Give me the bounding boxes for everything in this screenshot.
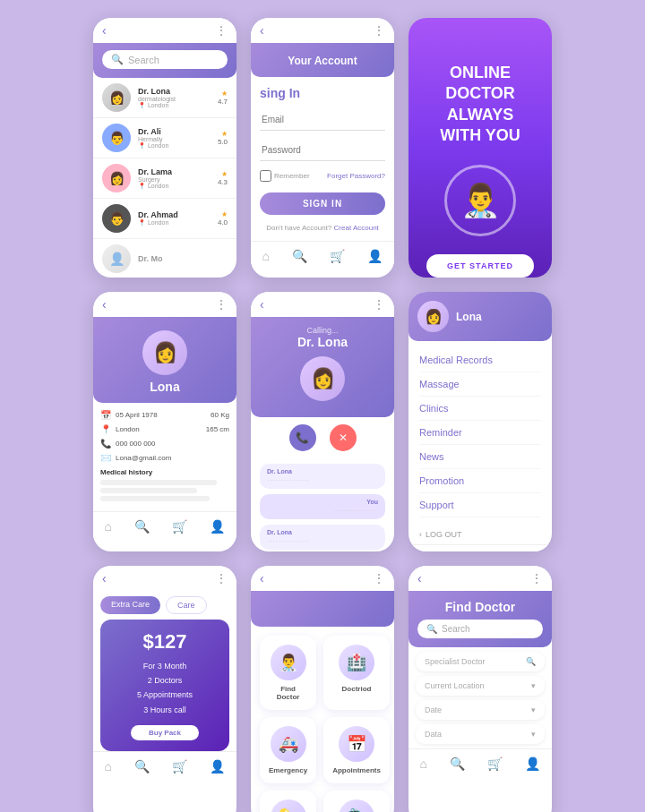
back-arrow-icon[interactable]: ‹ (260, 23, 264, 38)
get-started-button[interactable]: GET STARTED (426, 254, 534, 278)
email-field[interactable] (260, 109, 385, 131)
back-arrow-icon[interactable]: ‹ (102, 297, 107, 312)
history-title: Medical history (100, 468, 229, 476)
doctor-spec: dermatologist (138, 96, 211, 102)
bottom-navigation: ⌂ 🔍 🛒 👤 (93, 751, 236, 781)
menu-item-clinics[interactable]: Clinics (419, 397, 541, 421)
avatar: 👩 (300, 356, 345, 401)
care-description: For 3 Month 2 Doctors 5 Appointments 3 H… (111, 659, 219, 717)
search-small-icon: 🔍 (526, 657, 536, 666)
location-field[interactable]: Current Location ▾ (416, 676, 545, 696)
forgot-password-link[interactable]: Forget Password? (327, 172, 385, 180)
menu-dots-icon[interactable]: ⋮ (215, 23, 228, 38)
back-arrow-icon[interactable]: ‹ (260, 297, 264, 312)
home-icon[interactable]: ⌂ (262, 249, 270, 263)
service-appointments[interactable]: 📅 Appointments (323, 717, 390, 783)
data-field[interactable]: Data ▾ (416, 724, 545, 744)
menu-dots-icon[interactable]: ⋮ (215, 297, 228, 312)
menu-dots-icon[interactable]: ⋮ (215, 571, 228, 585)
list-item[interactable]: 👩 Dr. Lona dermatologist 📍 London ★4.7 (93, 78, 236, 118)
menu-dots-icon[interactable]: ⋮ (373, 297, 385, 312)
back-arrow-icon[interactable]: ‹ (417, 571, 422, 585)
specialist-field[interactable]: Specialist Doctor 🔍 (416, 652, 545, 671)
menu-dots-icon[interactable]: ⋮ (373, 571, 385, 585)
list-item[interactable]: 👨 Dr. Ahmad 📍 London ★4.0 (93, 199, 236, 239)
list-item[interactable]: 👨 Dr. Ali Hermally 📍 London ★5.0 (93, 118, 236, 158)
create-account-link[interactable]: Creat Account (334, 224, 379, 232)
history-line (100, 488, 197, 493)
doctriod2-icon: 💊 (271, 799, 306, 812)
profile-icon[interactable]: 👤 (367, 249, 383, 263)
logout-button[interactable]: ‹ LOG OUT (408, 525, 552, 544)
home-icon[interactable]: ⌂ (105, 519, 112, 534)
back-arrow-icon[interactable]: ‹ (102, 571, 107, 585)
search-nav-icon[interactable]: 🔍 (134, 519, 150, 534)
back-arrow-icon[interactable]: ‹ (102, 23, 107, 38)
search-nav-icon[interactable]: 🔍 (292, 249, 307, 263)
decline-call-button[interactable]: ✕ (330, 424, 357, 451)
service-doctriod[interactable]: 🏥 Doctriod (323, 636, 390, 710)
care-card: $127 For 3 Month 2 Doctors 5 Appointment… (100, 620, 229, 751)
location-label: Current Location (425, 681, 485, 690)
list-item[interactable]: 👩 Dr. Lama Surgery 📍 London ★4.3 (93, 158, 236, 199)
buy-pack-button[interactable]: Buy Pack (131, 725, 199, 740)
service-find-doctor[interactable]: 👨‍⚕️ Find Doctor (260, 636, 316, 710)
history-line (100, 480, 217, 485)
doctor-location: 📍 London (138, 219, 211, 227)
email-text: Lona@gmail.com (116, 454, 171, 462)
service-emergency[interactable]: 🚑 Emergency (260, 717, 316, 783)
doctriod-icon: 🏥 (339, 645, 374, 680)
service-doctriod2[interactable]: 💊 Doctriod (260, 791, 316, 812)
search-nav-icon[interactable]: 🔍 (134, 759, 150, 774)
list-item[interactable]: 👤 Dr. Mo (93, 239, 236, 278)
doctor-name: Dr. Lama (138, 167, 211, 176)
bottom-navigation: ⌂ 🔍 🛒 👤 (93, 511, 236, 541)
cart-icon[interactable]: 🛒 (172, 519, 187, 534)
date-field[interactable]: Date ▾ (416, 700, 545, 720)
doctor-name: Dr. Lona (138, 87, 211, 96)
menu-item-news[interactable]: News (419, 445, 541, 469)
profile-icon[interactable]: 👤 (210, 759, 225, 774)
search-box[interactable]: 🔍 Search (417, 620, 543, 638)
accept-call-button[interactable]: 📞 (289, 424, 316, 451)
menu-dots-icon[interactable]: ⋮ (373, 23, 385, 38)
menu-item-reminder[interactable]: Reminder (419, 421, 541, 445)
menu-item-promotion[interactable]: Promotion (419, 469, 541, 493)
menu-item-medical-records[interactable]: Medical Records (419, 348, 541, 372)
cart-icon[interactable]: 🛒 (330, 249, 345, 263)
avatar: 👤 (102, 244, 131, 273)
service-label: Appointments (332, 766, 381, 774)
cart-icon[interactable]: 🛒 (487, 756, 503, 771)
menu-dots-icon[interactable]: ⋮ (530, 571, 543, 585)
tab-care[interactable]: Care (166, 596, 207, 614)
password-field[interactable] (260, 140, 385, 161)
profile-icon[interactable]: 👤 (525, 756, 540, 771)
profile-name: Lona (102, 380, 228, 394)
back-arrow-icon[interactable]: ‹ (260, 571, 264, 585)
search-box[interactable]: 🔍 Search (102, 50, 228, 69)
doctor-name: Dr. Mo (138, 254, 228, 263)
star-icon: ★ (221, 90, 228, 98)
home-icon[interactable]: ⌂ (105, 759, 112, 774)
signin-button[interactable]: SIGN IN (260, 192, 385, 215)
service-medicine-shop[interactable]: 🛍️ Medicine Shop (323, 791, 390, 812)
cart-icon[interactable]: 🛒 (172, 759, 187, 774)
height-text: 165 cm (206, 425, 229, 433)
chevron-down-icon: ▾ (531, 681, 536, 690)
chevron-left-icon: ‹ (419, 530, 422, 539)
care-price: $127 (111, 630, 219, 654)
remember-checkbox[interactable] (260, 170, 271, 182)
care-period: For 3 Month (111, 659, 219, 673)
home-icon[interactable]: ⌂ (420, 756, 427, 771)
tab-extra-care[interactable]: Extra Care (100, 596, 160, 614)
signin-label: sing In (260, 86, 385, 100)
search-nav-icon[interactable]: 🔍 (450, 756, 465, 771)
appointments-icon: 📅 (339, 726, 374, 762)
menu-item-massage[interactable]: Massage (419, 372, 541, 397)
doctor-list: 👩 Dr. Lona dermatologist 📍 London ★4.7 👨… (93, 78, 236, 278)
date-label: Date (425, 705, 442, 714)
menu-item-support[interactable]: Support (419, 493, 541, 517)
doctor-name: Dr. Ahmad (138, 210, 211, 219)
profile-icon[interactable]: 👤 (210, 519, 225, 534)
service-label: Emergency (269, 766, 307, 774)
